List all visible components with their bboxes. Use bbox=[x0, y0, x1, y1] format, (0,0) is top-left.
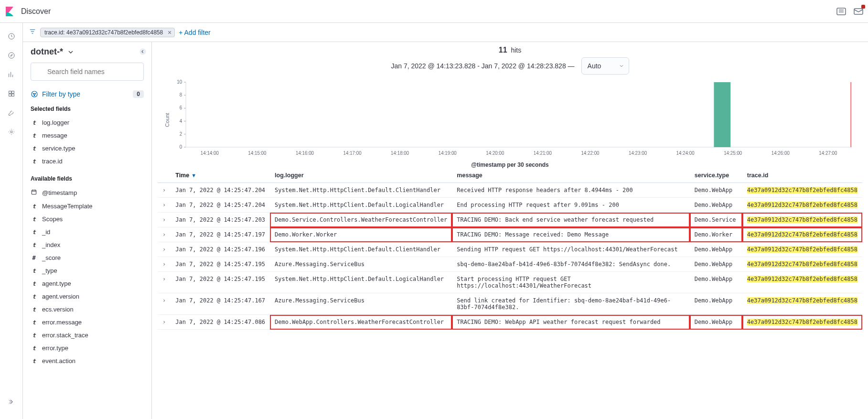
svg-rect-6 bbox=[9, 91, 11, 94]
svg-text:14:20:00: 14:20:00 bbox=[486, 150, 504, 156]
news-icon[interactable] bbox=[836, 6, 847, 17]
expand-row-icon[interactable]: › bbox=[158, 227, 171, 242]
nav-devtools-icon[interactable] bbox=[4, 105, 19, 120]
cell-trace: 4e37a0912d32c747b8f2ebfed8fc4858 bbox=[742, 227, 862, 242]
mail-icon[interactable] bbox=[853, 6, 864, 17]
cell-time: Jan 7, 2022 @ 14:25:47.196 bbox=[171, 242, 270, 257]
cell-time: Jan 7, 2022 @ 14:25:47.197 bbox=[171, 227, 270, 242]
table-row: ›Jan 7, 2022 @ 14:25:47.086Demo.WebApp.C… bbox=[158, 315, 862, 330]
page-title: Discover bbox=[21, 7, 51, 16]
svg-text:14:24:00: 14:24:00 bbox=[676, 150, 695, 156]
field-item[interactable]: terror.type bbox=[31, 342, 144, 355]
expand-row-icon[interactable]: › bbox=[158, 315, 171, 330]
svg-point-5 bbox=[9, 53, 14, 58]
interval-select[interactable]: Auto bbox=[581, 57, 629, 75]
field-item[interactable]: terror.stack_trace bbox=[31, 329, 144, 342]
field-item[interactable]: tagent.version bbox=[31, 290, 144, 303]
col-header-time[interactable]: Time▼ bbox=[171, 168, 270, 183]
available-fields-heading: Available fields bbox=[31, 175, 144, 182]
nav-visualize-icon[interactable] bbox=[4, 67, 19, 82]
field-item[interactable]: tMessageTemplate bbox=[31, 200, 144, 213]
field-item[interactable]: tScopes bbox=[31, 213, 144, 226]
field-item[interactable]: tevent.action bbox=[31, 355, 144, 367]
add-filter-button[interactable]: + Add filter bbox=[179, 29, 211, 36]
svg-text:10: 10 bbox=[177, 79, 182, 85]
nav-collapse-icon[interactable] bbox=[4, 394, 19, 409]
col-header-message[interactable]: message bbox=[452, 168, 690, 183]
field-type-icon: t bbox=[31, 293, 37, 300]
filter-settings-icon[interactable] bbox=[29, 28, 36, 37]
field-item[interactable]: t_index bbox=[31, 238, 144, 251]
expand-row-icon[interactable]: › bbox=[158, 183, 171, 198]
col-header-logger[interactable]: log.logger bbox=[270, 168, 452, 183]
nav-discover-icon[interactable] bbox=[4, 48, 19, 63]
field-item[interactable]: tlog.logger bbox=[31, 116, 144, 129]
index-pattern-selector[interactable]: dotnet-* bbox=[31, 47, 144, 57]
cell-service: Demo.Worker bbox=[690, 227, 742, 242]
hit-label: hits bbox=[511, 46, 521, 54]
cell-message: TRACING DEMO: WebApp API weather forecas… bbox=[452, 315, 690, 330]
svg-rect-7 bbox=[11, 91, 14, 94]
filter-pill[interactable]: trace.id: 4e37a0912d32c747b8f2ebfed8fc48… bbox=[40, 28, 175, 37]
field-type-icon: t bbox=[31, 158, 37, 165]
kibana-logo[interactable] bbox=[4, 6, 15, 17]
svg-text:Count: Count bbox=[164, 113, 170, 127]
expand-row-icon[interactable]: › bbox=[158, 213, 171, 227]
cell-service: Demo.WebApp bbox=[690, 293, 742, 315]
svg-text:2: 2 bbox=[180, 131, 182, 137]
field-item[interactable]: terror.message bbox=[31, 316, 144, 329]
cell-trace: 4e37a0912d32c747b8f2ebfed8fc4858 bbox=[742, 198, 862, 213]
field-type-icon: t bbox=[31, 280, 37, 287]
cell-logger: Demo.Worker.Worker bbox=[270, 227, 452, 242]
svg-text:14:26:00: 14:26:00 bbox=[772, 150, 790, 156]
cell-message: Send link created for Identifier: sbq-de… bbox=[452, 293, 690, 315]
field-item[interactable]: t_type bbox=[31, 264, 144, 277]
field-item[interactable]: tservice.type bbox=[31, 142, 144, 155]
filter-pill-close-icon[interactable]: × bbox=[168, 29, 171, 36]
field-item[interactable]: tagent.type bbox=[31, 277, 144, 290]
field-item[interactable]: tecs.version bbox=[31, 303, 144, 316]
cell-logger: Azure.Messaging.ServiceBus bbox=[270, 293, 452, 315]
field-type-icon: t bbox=[31, 242, 37, 248]
cell-service: Demo.WebApp bbox=[690, 242, 742, 257]
filter-by-type-label: Filter by type bbox=[42, 90, 80, 98]
field-item[interactable]: @timestamp bbox=[31, 186, 144, 200]
field-item[interactable]: _score bbox=[31, 251, 144, 264]
chevron-down-icon bbox=[67, 48, 75, 56]
sort-desc-icon: ▼ bbox=[191, 172, 196, 178]
cell-time: Jan 7, 2022 @ 14:25:47.086 bbox=[171, 315, 270, 330]
field-name: message bbox=[42, 132, 67, 139]
col-header-trace[interactable]: trace.id bbox=[742, 168, 862, 183]
nav-recent-icon[interactable] bbox=[4, 29, 19, 44]
svg-text:14:14:00: 14:14:00 bbox=[201, 150, 219, 156]
histogram-chart[interactable]: Count024681014:14:0014:15:0014:16:0014:1… bbox=[152, 79, 868, 168]
field-item[interactable]: t_id bbox=[31, 226, 144, 238]
field-item[interactable]: ttrace.id bbox=[31, 155, 144, 168]
cell-message: sbq-demo-8ae24baf-b41d-49e6-83bf-7074d4f… bbox=[452, 257, 690, 272]
field-search-input[interactable] bbox=[31, 63, 144, 81]
field-item[interactable]: tmessage bbox=[31, 129, 144, 142]
expand-row-icon[interactable]: › bbox=[158, 257, 171, 272]
expand-row-icon[interactable]: › bbox=[158, 272, 171, 293]
table-row: ›Jan 7, 2022 @ 14:25:47.195Azure.Messagi… bbox=[158, 257, 862, 272]
svg-rect-0 bbox=[837, 8, 846, 15]
field-type-icon: t bbox=[31, 203, 37, 210]
cell-message: Start processing HTTP request GET https:… bbox=[452, 272, 690, 293]
filter-by-type-button[interactable]: Filter by type 0 bbox=[31, 90, 144, 98]
nav-dashboard-icon[interactable] bbox=[4, 86, 19, 101]
cell-trace: 4e37a0912d32c747b8f2ebfed8fc4858 bbox=[742, 183, 862, 198]
field-type-icon: t bbox=[31, 145, 37, 152]
expand-row-icon[interactable]: › bbox=[158, 198, 171, 213]
nav-management-icon[interactable] bbox=[4, 124, 19, 140]
panel-collapse-icon[interactable] bbox=[139, 48, 147, 57]
expand-row-icon[interactable]: › bbox=[158, 293, 171, 315]
field-type-icon: t bbox=[31, 119, 37, 126]
field-name: _type bbox=[42, 267, 57, 274]
col-header-service[interactable]: service.type bbox=[690, 168, 742, 183]
field-type-icon: t bbox=[31, 306, 37, 313]
cell-time: Jan 7, 2022 @ 14:25:47.195 bbox=[171, 272, 270, 293]
svg-text:14:18:00: 14:18:00 bbox=[391, 150, 409, 156]
cell-logger: System.Net.Http.HttpClient.Default.Clien… bbox=[270, 183, 452, 198]
cell-time: Jan 7, 2022 @ 14:25:47.167 bbox=[171, 293, 270, 315]
expand-row-icon[interactable]: › bbox=[158, 242, 171, 257]
